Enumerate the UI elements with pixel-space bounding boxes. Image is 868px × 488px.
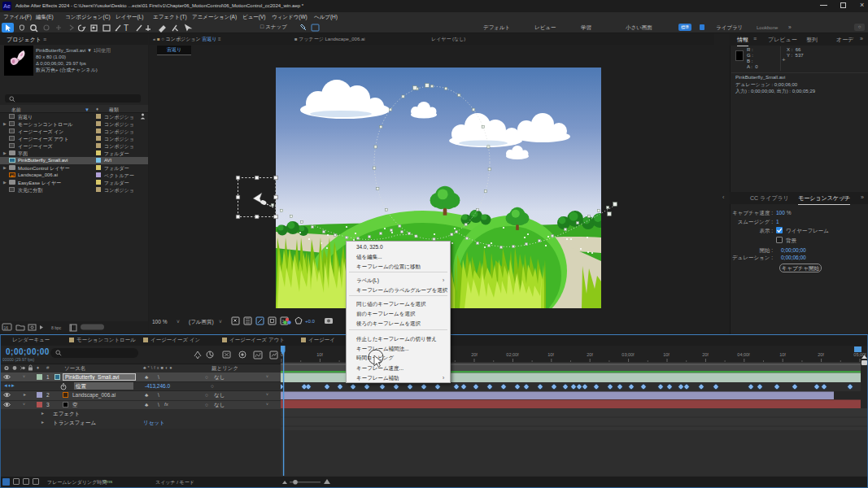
svg-text:20f: 20f <box>818 352 824 357</box>
svg-text:16: 16 <box>4 325 9 330</box>
svg-text:10f: 10f <box>547 352 554 357</box>
svg-text:+0.0: +0.0 <box>305 319 316 324</box>
svg-text:02;00f: 02;00f <box>506 352 519 357</box>
svg-text:8 bpc: 8 bpc <box>51 325 62 330</box>
svg-text:10f: 10f <box>663 352 670 357</box>
svg-text:10f: 10f <box>779 352 786 357</box>
svg-text:10f: 10f <box>316 352 323 357</box>
svg-text:03;00f: 03;00f <box>622 352 635 357</box>
svg-text:20f: 20f <box>471 352 478 357</box>
svg-text:04;00f: 04;00f <box>737 352 750 357</box>
svg-text:20f: 20f <box>702 352 709 357</box>
svg-text:20f: 20f <box>587 352 593 357</box>
